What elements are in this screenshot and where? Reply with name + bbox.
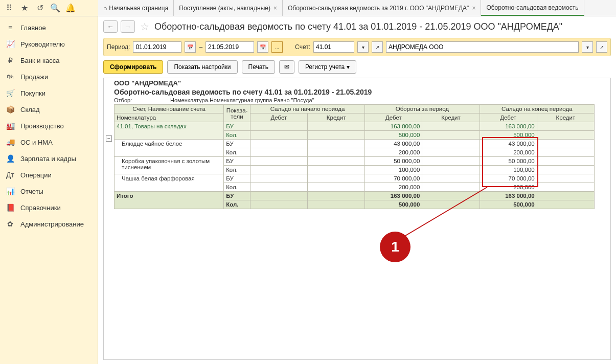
date-to-input[interactable] [206,41,254,53]
tab-close-icon[interactable]: × [273,5,277,12]
tab-label: Оборотно-сальдовая ведомость за 2019 г. … [288,5,469,12]
tab-3[interactable]: Оборотно-сальдовая ведомость [481,0,584,16]
table-cell: БУ [224,157,250,166]
report-title: Оборотно-сальдовая ведомость по счету 41… [114,88,609,96]
table-cell [308,148,365,157]
table-cell: 163 000,00 [365,192,422,200]
account-open-icon[interactable]: ↗ [372,41,383,53]
filter-value: Номенклатура.Номенклатурная группа Равно… [170,97,314,103]
hdr-credit-1: Кредит [308,113,365,122]
organization-input[interactable] [386,41,579,53]
sidebar-label: Склад [20,106,40,113]
table-cell [422,174,480,183]
calendar-to-icon[interactable]: 📅 [257,41,268,53]
table-cell [250,174,307,183]
table-cell: 41.01, Товары на складах [115,122,224,140]
org-dropdown-icon[interactable]: ▾ [582,41,593,53]
forward-button[interactable]: → [121,20,135,33]
report-org: ООО "АНДРОМЕДА" [114,79,609,87]
tab-1[interactable]: Поступление (акты, накладные)× [174,0,283,16]
table-cell: Кол. [224,131,250,140]
table-cell [250,148,307,157]
top-icon-strip: ⠿ ★ ↺ 🔍 🔔 [0,0,98,16]
sidebar-item-10[interactable]: 📊Отчеты [0,183,98,199]
search-icon[interactable]: 🔍 [48,1,62,15]
sidebar-item-7[interactable]: 🚚ОС и НМА [0,134,98,150]
tab-2[interactable]: Оборотно-сальдовая ведомость за 2019 г. … [283,0,481,16]
table-row: Коробка упаковочная с золотым тиснениемБ… [115,157,595,166]
account-input[interactable] [313,41,354,53]
period-picker-button[interactable]: ... [271,41,283,53]
sidebar-item-4[interactable]: 🛒Покупки [0,85,98,101]
sidebar-label: Отчеты [20,188,43,195]
table-cell: БУ [224,192,250,200]
account-dropdown-icon[interactable]: ▾ [357,41,369,53]
table-cell: БУ [224,122,250,131]
hdr-credit-3: Кредит [537,113,594,122]
table-cell: Кол. [224,148,250,157]
table-cell [308,122,365,131]
sidebar-icon: ₽ [5,56,15,64]
calendar-from-icon[interactable]: 📅 [185,41,196,53]
page-title: Оборотно-сальдовая ведомость по счету 41… [154,21,562,32]
sidebar-item-9[interactable]: ДтОперации [0,167,98,183]
tab-0[interactable]: ⌂Начальная страница [98,0,174,16]
table-cell [308,166,365,174]
tree-collapse-icon[interactable]: − [106,135,112,142]
table-cell [422,183,480,192]
history-icon[interactable]: ↺ [33,1,47,15]
tab-label: Оборотно-сальдовая ведомость [486,4,578,11]
top-tab-bar: ⠿ ★ ↺ 🔍 🔔 ⌂Начальная страницаПоступление… [0,0,616,16]
table-cell [537,140,594,148]
sidebar-item-1[interactable]: 📈Руководителю [0,36,98,52]
sidebar-item-8[interactable]: 👤Зарплата и кадры [0,150,98,167]
sidebar-item-11[interactable]: 📕Справочники [0,199,98,216]
table-cell: 70 000,00 [365,174,422,183]
table-cell: 200,000 [365,183,422,192]
bell-icon[interactable]: 🔔 [63,1,78,15]
favorite-star-icon[interactable]: ☆ [140,20,149,33]
sidebar-label: Администрирование [20,220,84,228]
table-cell [537,148,594,157]
print-button[interactable]: Печать [242,60,275,74]
table-cell: 500,000 [480,131,537,140]
back-button[interactable]: ← [103,20,118,33]
table-cell: 500,000 [365,200,422,209]
table-cell: Кол. [224,183,250,192]
account-label: Счет: [295,43,310,51]
register-button[interactable]: Регистр учета ▾ [299,60,356,74]
sidebar-label: Продажи [20,73,48,81]
table-cell [537,200,594,209]
params-bar: Период: 📅 – 📅 ... Счет: ▾ ↗ ▾ ↗ [103,38,611,56]
table-cell: 50 000,00 [480,157,537,166]
sidebar-item-12[interactable]: ✿Администрирование [0,216,98,232]
org-open-icon[interactable]: ↗ [596,41,607,53]
email-button[interactable]: ✉ [279,60,294,74]
sidebar-item-0[interactable]: ≡Главное [0,19,98,36]
sidebar-item-5[interactable]: 📦Склад [0,101,98,118]
sidebar-item-3[interactable]: 🛍Продажи [0,69,98,85]
table-cell [537,157,594,166]
table-cell: Блюдце чайное белое [115,140,224,157]
show-settings-button[interactable]: Показать настройки [167,60,237,74]
sidebar-item-6[interactable]: 🏭Производство [0,118,98,134]
sidebar-icon: 🛒 [5,89,15,97]
content-area: ← → ☆ Оборотно-сальдовая ведомость по сч… [98,16,616,364]
table-cell: 50 000,00 [365,157,422,166]
table-cell [422,166,480,174]
apps-icon[interactable]: ⠿ [2,1,16,15]
table-cell [537,192,594,200]
tab-label: Начальная страница [109,5,168,12]
table-cell [308,192,365,200]
sidebar-icon: 📕 [5,203,15,212]
table-cell [422,140,480,148]
sidebar-item-2[interactable]: ₽Банк и касса [0,52,98,69]
star-icon[interactable]: ★ [17,1,32,15]
table-cell: 200,000 [365,148,422,157]
table-cell: 200,000 [480,183,537,192]
table-cell [537,122,594,131]
generate-button[interactable]: Сформировать [103,60,163,74]
tab-close-icon[interactable]: × [472,5,475,12]
table-cell [308,200,365,209]
date-from-input[interactable] [133,41,181,53]
